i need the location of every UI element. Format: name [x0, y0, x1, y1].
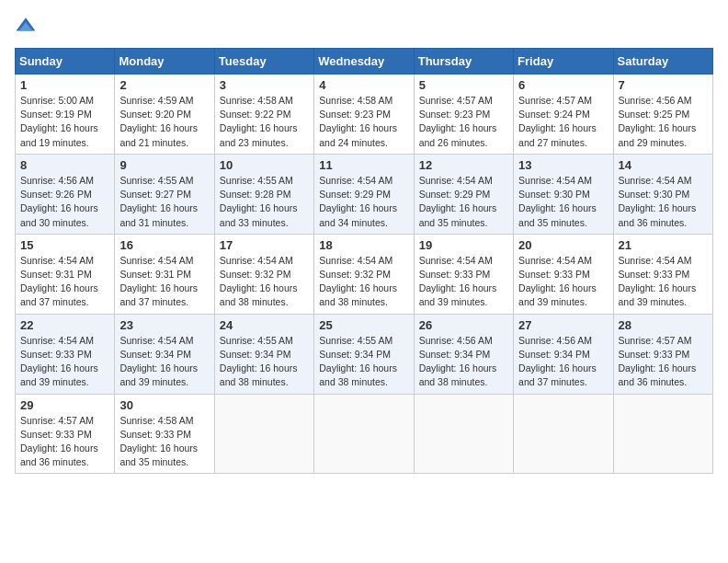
calendar-table: SundayMondayTuesdayWednesdayThursdayFrid… — [15, 48, 713, 474]
cell-info: Sunrise: 4:55 AMSunset: 9:34 PMDaylight:… — [319, 335, 397, 388]
calendar-week-row: 29 Sunrise: 4:57 AMSunset: 9:33 PMDaylig… — [16, 394, 713, 474]
cell-info: Sunrise: 4:54 AMSunset: 9:33 PMDaylight:… — [518, 255, 597, 308]
col-header-tuesday: Tuesday — [214, 49, 313, 75]
col-header-wednesday: Wednesday — [314, 49, 414, 75]
cell-info: Sunrise: 4:54 AMSunset: 9:32 PMDaylight:… — [319, 255, 397, 308]
day-number: 7 — [619, 78, 708, 92]
calendar-cell: 8 Sunrise: 4:56 AMSunset: 9:26 PMDayligh… — [16, 154, 115, 234]
calendar-cell: 6 Sunrise: 4:57 AMSunset: 9:24 PMDayligh… — [514, 75, 613, 155]
calendar-week-row: 1 Sunrise: 5:00 AMSunset: 9:19 PMDayligh… — [16, 75, 713, 155]
cell-info: Sunrise: 4:56 AMSunset: 9:34 PMDaylight:… — [419, 335, 497, 388]
calendar-cell: 2 Sunrise: 4:59 AMSunset: 9:20 PMDayligh… — [115, 75, 214, 155]
calendar-cell: 29 Sunrise: 4:57 AMSunset: 9:33 PMDaylig… — [16, 394, 115, 474]
calendar-cell: 19 Sunrise: 4:54 AMSunset: 9:33 PMDaylig… — [414, 234, 513, 314]
cell-info: Sunrise: 4:54 AMSunset: 9:29 PMDaylight:… — [319, 175, 397, 228]
day-number: 20 — [518, 238, 608, 252]
day-number: 6 — [518, 78, 608, 92]
cell-info: Sunrise: 4:58 AMSunset: 9:33 PMDaylight:… — [119, 415, 198, 468]
calendar-cell: 27 Sunrise: 4:56 AMSunset: 9:34 PMDaylig… — [514, 314, 613, 394]
day-number: 4 — [319, 78, 408, 92]
cell-info: Sunrise: 4:54 AMSunset: 9:30 PMDaylight:… — [619, 175, 697, 228]
day-number: 15 — [20, 238, 109, 252]
cell-info: Sunrise: 4:58 AMSunset: 9:23 PMDaylight:… — [319, 95, 397, 148]
cell-info: Sunrise: 4:54 AMSunset: 9:33 PMDaylight:… — [20, 335, 98, 388]
calendar-cell: 25 Sunrise: 4:55 AMSunset: 9:34 PMDaylig… — [314, 314, 414, 394]
day-number: 5 — [419, 78, 508, 92]
day-number: 3 — [220, 78, 309, 92]
cell-info: Sunrise: 4:55 AMSunset: 9:27 PMDaylight:… — [119, 175, 198, 228]
calendar-cell: 22 Sunrise: 4:54 AMSunset: 9:33 PMDaylig… — [16, 314, 115, 394]
cell-info: Sunrise: 4:54 AMSunset: 9:32 PMDaylight:… — [220, 255, 298, 308]
calendar-cell: 30 Sunrise: 4:58 AMSunset: 9:33 PMDaylig… — [115, 394, 214, 474]
cell-info: Sunrise: 4:55 AMSunset: 9:34 PMDaylight:… — [220, 335, 298, 388]
col-header-sunday: Sunday — [16, 49, 115, 75]
calendar-cell: 9 Sunrise: 4:55 AMSunset: 9:27 PMDayligh… — [115, 154, 214, 234]
calendar-cell: 20 Sunrise: 4:54 AMSunset: 9:33 PMDaylig… — [514, 234, 613, 314]
logo-icon — [15, 15, 37, 37]
page-header — [15, 15, 713, 37]
calendar-cell: 17 Sunrise: 4:54 AMSunset: 9:32 PMDaylig… — [214, 234, 313, 314]
calendar-cell — [414, 394, 513, 474]
day-number: 11 — [319, 158, 408, 172]
day-number: 9 — [119, 158, 209, 172]
calendar-cell: 26 Sunrise: 4:56 AMSunset: 9:34 PMDaylig… — [414, 314, 513, 394]
day-number: 24 — [220, 318, 309, 332]
cell-info: Sunrise: 4:56 AMSunset: 9:26 PMDaylight:… — [20, 175, 98, 228]
calendar-cell: 23 Sunrise: 4:54 AMSunset: 9:34 PMDaylig… — [115, 314, 214, 394]
col-header-thursday: Thursday — [414, 49, 513, 75]
calendar-cell: 18 Sunrise: 4:54 AMSunset: 9:32 PMDaylig… — [314, 234, 414, 314]
cell-info: Sunrise: 4:54 AMSunset: 9:30 PMDaylight:… — [518, 175, 597, 228]
day-number: 26 — [419, 318, 508, 332]
calendar-cell: 7 Sunrise: 4:56 AMSunset: 9:25 PMDayligh… — [613, 75, 712, 155]
calendar-cell: 15 Sunrise: 4:54 AMSunset: 9:31 PMDaylig… — [16, 234, 115, 314]
day-number: 23 — [119, 318, 209, 332]
cell-info: Sunrise: 4:58 AMSunset: 9:22 PMDaylight:… — [220, 95, 298, 148]
day-number: 29 — [20, 398, 109, 412]
day-number: 8 — [20, 158, 109, 172]
day-number: 18 — [319, 238, 408, 252]
day-number: 22 — [20, 318, 109, 332]
calendar-cell: 21 Sunrise: 4:54 AMSunset: 9:33 PMDaylig… — [613, 234, 712, 314]
day-number: 1 — [20, 78, 109, 92]
cell-info: Sunrise: 4:54 AMSunset: 9:33 PMDaylight:… — [619, 255, 697, 308]
calendar-cell: 10 Sunrise: 4:55 AMSunset: 9:28 PMDaylig… — [214, 154, 313, 234]
calendar-cell — [314, 394, 414, 474]
cell-info: Sunrise: 4:54 AMSunset: 9:33 PMDaylight:… — [419, 255, 497, 308]
calendar-header-row: SundayMondayTuesdayWednesdayThursdayFrid… — [16, 49, 713, 75]
cell-info: Sunrise: 5:00 AMSunset: 9:19 PMDaylight:… — [20, 95, 98, 148]
calendar-cell: 13 Sunrise: 4:54 AMSunset: 9:30 PMDaylig… — [514, 154, 613, 234]
calendar-cell: 24 Sunrise: 4:55 AMSunset: 9:34 PMDaylig… — [214, 314, 313, 394]
cell-info: Sunrise: 4:54 AMSunset: 9:31 PMDaylight:… — [119, 255, 198, 308]
day-number: 27 — [518, 318, 608, 332]
calendar-cell: 28 Sunrise: 4:57 AMSunset: 9:33 PMDaylig… — [613, 314, 712, 394]
cell-info: Sunrise: 4:57 AMSunset: 9:33 PMDaylight:… — [619, 335, 697, 388]
day-number: 12 — [419, 158, 508, 172]
day-number: 13 — [518, 158, 608, 172]
day-number: 16 — [119, 238, 209, 252]
day-number: 17 — [220, 238, 309, 252]
day-number: 30 — [119, 398, 209, 412]
day-number: 14 — [619, 158, 708, 172]
calendar-week-row: 22 Sunrise: 4:54 AMSunset: 9:33 PMDaylig… — [16, 314, 713, 394]
day-number: 2 — [119, 78, 209, 92]
cell-info: Sunrise: 4:57 AMSunset: 9:24 PMDaylight:… — [518, 95, 597, 148]
calendar-cell: 1 Sunrise: 5:00 AMSunset: 9:19 PMDayligh… — [16, 75, 115, 155]
day-number: 21 — [619, 238, 708, 252]
calendar-cell — [214, 394, 313, 474]
calendar-cell: 14 Sunrise: 4:54 AMSunset: 9:30 PMDaylig… — [613, 154, 712, 234]
day-number: 28 — [619, 318, 708, 332]
day-number: 25 — [319, 318, 408, 332]
calendar-cell: 16 Sunrise: 4:54 AMSunset: 9:31 PMDaylig… — [115, 234, 214, 314]
day-number: 10 — [220, 158, 309, 172]
calendar-cell: 11 Sunrise: 4:54 AMSunset: 9:29 PMDaylig… — [314, 154, 414, 234]
cell-info: Sunrise: 4:55 AMSunset: 9:28 PMDaylight:… — [220, 175, 298, 228]
col-header-friday: Friday — [514, 49, 613, 75]
calendar-week-row: 15 Sunrise: 4:54 AMSunset: 9:31 PMDaylig… — [16, 234, 713, 314]
cell-info: Sunrise: 4:56 AMSunset: 9:25 PMDaylight:… — [619, 95, 697, 148]
calendar-week-row: 8 Sunrise: 4:56 AMSunset: 9:26 PMDayligh… — [16, 154, 713, 234]
cell-info: Sunrise: 4:54 AMSunset: 9:31 PMDaylight:… — [20, 255, 98, 308]
calendar-cell: 12 Sunrise: 4:54 AMSunset: 9:29 PMDaylig… — [414, 154, 513, 234]
calendar-cell: 4 Sunrise: 4:58 AMSunset: 9:23 PMDayligh… — [314, 75, 414, 155]
cell-info: Sunrise: 4:57 AMSunset: 9:23 PMDaylight:… — [419, 95, 497, 148]
logo — [15, 15, 40, 37]
